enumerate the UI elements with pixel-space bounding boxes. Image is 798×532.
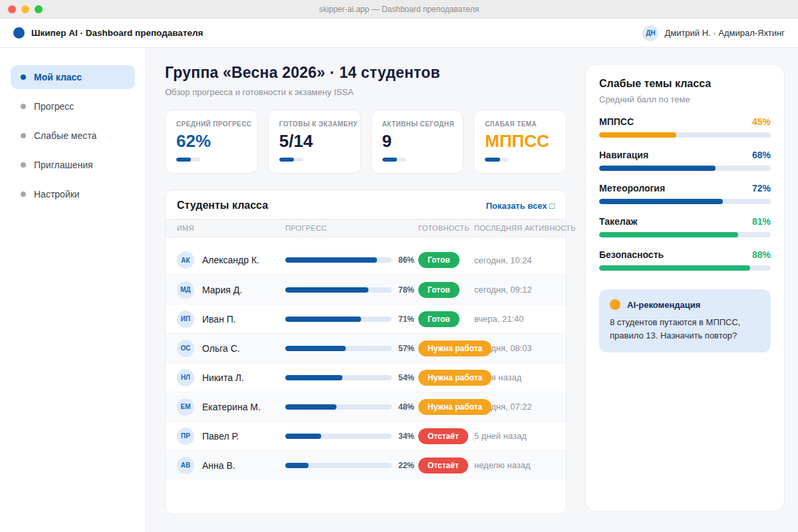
stat-card: СЛАБАЯ ТЕМА МППСС [473, 110, 567, 174]
topic-label: Навигация [599, 150, 648, 160]
status-badge: Готов [418, 282, 460, 298]
table-row[interactable]: ПР Павел Р. 34% Отстаёт 5 дней назад [166, 421, 566, 450]
student-progress-percent: 78% [398, 285, 414, 295]
student-avatar: МД [177, 281, 194, 299]
students-table-title: Студенты класса [177, 200, 268, 211]
table-row[interactable]: ЕМ Екатерина М. 48% Нужна работа сегодня… [166, 392, 566, 421]
student-progressbar [285, 375, 392, 380]
page-title: Группа «Весна 2026» · 14 студентов [165, 64, 567, 82]
sidebar-item-bullet-icon [21, 162, 26, 168]
app-logo-icon [13, 27, 25, 39]
window-controls [8, 5, 43, 13]
status-badge: Отстаёт [418, 428, 468, 444]
ai-recommendation-card[interactable]: AI-рекомендация 8 студентов путаются в М… [599, 289, 771, 352]
sidebar-item[interactable]: Приглашения [11, 153, 135, 177]
user-avatar: ДН [642, 25, 658, 41]
table-column-headers: ИМЯ ПРОГРЕСС ГОТОВНОСТЬ ПОСЛЕДНЯЯ АКТИВН… [166, 219, 566, 237]
sidebar-item-bullet-icon [21, 74, 26, 80]
topic-score: Безопасность 88% [599, 249, 771, 271]
column-header-activity: ПОСЛЕДНЯЯ АКТИВНОСТЬ [474, 224, 576, 232]
sidebar-item-label: Настройки [34, 189, 80, 200]
stat-label: СРЕДНИЙ ПРОГРЕСС [176, 120, 247, 128]
sidebar-item[interactable]: Прогресс [11, 94, 135, 118]
student-progressbar [285, 434, 392, 439]
topic-percent: 72% [752, 183, 771, 194]
stat-label: СЛАБАЯ ТЕМА [485, 120, 555, 128]
table-row[interactable]: МД Мария Д. 78% Готов сегодня, 09:12 [166, 275, 566, 304]
sidebar-item[interactable]: Настройки [11, 182, 135, 206]
topic-label: МППСС [599, 116, 634, 127]
stat-mini-progressbar [176, 158, 200, 162]
show-all-link[interactable]: Показать всех □ [486, 201, 555, 211]
student-progressbar [285, 463, 392, 468]
app-header: Шкипер AI · Dashboard преподавателя ДН Д… [0, 19, 798, 48]
stat-value: 9 [382, 131, 453, 152]
stat-value: 5/14 [279, 131, 350, 152]
student-name: Павел Р. [202, 431, 239, 442]
sidebar-item-bullet-icon [21, 104, 26, 109]
table-row[interactable]: ОС Ольга С. 57% Нужна работа сегодня, 08… [166, 333, 566, 362]
sidebar-item-label: Слабые места [34, 130, 96, 141]
student-progress-percent: 57% [398, 344, 414, 353]
student-last-activity: неделю назад [474, 460, 555, 470]
column-header-name: ИМЯ [177, 224, 285, 232]
student-progressbar [285, 404, 392, 410]
window-title: skipper-ai.app — Dashboard преподавателя [319, 5, 479, 14]
student-name: Анна В. [202, 460, 235, 471]
topic-percent: 68% [752, 150, 771, 160]
panel-title: Слабые темы класса [599, 78, 771, 90]
table-row[interactable]: НЛ Никита Л. 54% Нужна работа 2 дня наза… [166, 362, 566, 392]
app-title: Шкипер AI · Dashboard преподавателя [31, 28, 203, 38]
student-last-activity: сегодня, 10:24 [474, 255, 555, 265]
topic-percent: 45% [752, 116, 771, 127]
sidebar: Мой класс Прогресс Слабые места Приглаше… [0, 48, 146, 532]
student-avatar: АВ [177, 457, 194, 474]
student-progressbar [285, 257, 392, 263]
status-badge: Готов [418, 252, 460, 268]
user-name: Дмитрий Н. · Адмирал-Яхтинг [664, 28, 785, 38]
zoom-window-button[interactable] [35, 5, 43, 13]
topic-score: Навигация 68% [599, 150, 771, 171]
stat-label: АКТИВНЫ СЕГОДНЯ [382, 120, 453, 128]
sidebar-item-bullet-icon [21, 192, 26, 197]
sidebar-item[interactable]: Слабые места [11, 124, 135, 148]
student-progress-percent: 22% [398, 461, 414, 470]
stat-card: ГОТОВЫ К ЭКЗАМЕНУ 5/14 [268, 110, 361, 174]
student-avatar: ЕМ [177, 398, 194, 416]
close-window-button[interactable] [8, 5, 16, 13]
stat-value: МППСС [485, 131, 555, 152]
student-name: Екатерина М. [202, 402, 261, 412]
minimize-window-button[interactable] [21, 5, 29, 13]
stat-card: СРЕДНИЙ ПРОГРЕСС 62% [165, 110, 258, 174]
topic-label: Такелаж [599, 216, 637, 227]
table-row[interactable]: ИП Иван П. 71% Готов вчера, 21:40 [166, 304, 566, 333]
table-row[interactable]: АК Александр К. 86% Готов сегодня, 10:24 [166, 245, 566, 275]
table-row[interactable]: АВ Анна В. 22% Отстаёт неделю назад [166, 450, 566, 479]
student-avatar: ИП [177, 311, 194, 328]
topic-percent: 88% [752, 249, 771, 260]
student-name: Иван П. [202, 314, 236, 325]
student-progressbar [285, 346, 392, 351]
student-name: Ольга С. [202, 343, 240, 354]
stat-cards-row: СРЕДНИЙ ПРОГРЕСС 62% ГОТОВЫ К ЭКЗАМЕНУ 5… [165, 110, 567, 174]
student-last-activity: сегодня, 09:12 [474, 285, 555, 295]
student-avatar: НЛ [177, 369, 194, 386]
topic-percent: 81% [752, 216, 771, 227]
topic-progressbar [599, 166, 771, 171]
student-last-activity: 5 дней назад [474, 431, 555, 441]
user-chip[interactable]: ДН Дмитрий Н. · Адмирал-Яхтинг [642, 25, 785, 41]
column-header-progress: ПРОГРЕСС [285, 224, 418, 232]
ai-recommendation-title: AI-рекомендация [627, 300, 700, 310]
student-last-activity: вчера, 21:40 [474, 314, 555, 324]
sidebar-item-label: Прогресс [34, 101, 74, 112]
stat-value: 62% [176, 131, 247, 152]
sidebar-item[interactable]: Мой класс [11, 65, 135, 89]
stat-label: ГОТОВЫ К ЭКЗАМЕНУ [279, 120, 350, 128]
status-badge: Нужна работа [418, 340, 491, 356]
student-progressbar [285, 287, 392, 293]
stat-mini-progressbar [279, 158, 303, 162]
page-subtitle: Обзор прогресса и готовности к экзамену … [165, 87, 567, 97]
sidebar-item-label: Приглашения [34, 160, 93, 170]
status-badge: Нужна работа [418, 399, 491, 415]
student-progress-percent: 86% [398, 255, 414, 265]
